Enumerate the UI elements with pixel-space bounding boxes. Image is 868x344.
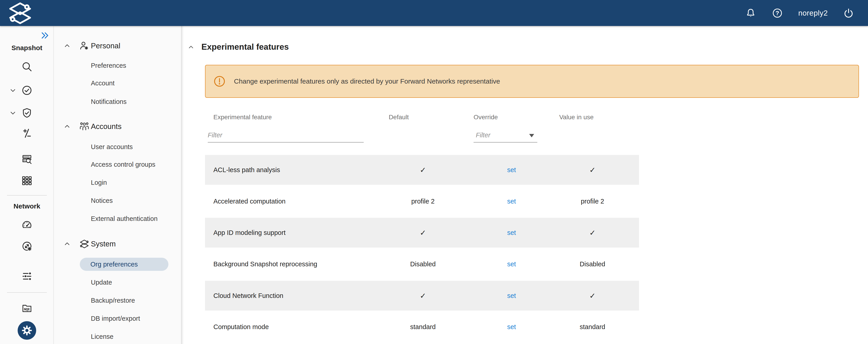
set-override-link[interactable]: set: [485, 323, 539, 331]
icon-rail: Snapshot: [0, 26, 54, 344]
svg-text:?: ?: [776, 10, 779, 16]
nqe-label: NQE: [24, 308, 30, 311]
nav-item-backup-restore[interactable]: Backup/restore: [91, 297, 135, 304]
value-in-use: Disabled: [552, 261, 633, 268]
feature-name: Background Snapshot reprocessing: [213, 261, 317, 268]
value-in-use: ✓: [552, 166, 633, 174]
topbar: ? noreply2: [0, 0, 868, 26]
override-filter-select[interactable]: Filter: [473, 128, 537, 142]
network-section-label: Network: [0, 202, 54, 210]
nav-item-notices[interactable]: Notices: [91, 197, 113, 204]
username[interactable]: noreply2: [798, 9, 828, 18]
nav-item-access-control-groups[interactable]: Access control groups: [91, 161, 155, 168]
default-value: Disabled: [382, 261, 464, 268]
divider: [7, 195, 47, 196]
value-in-use: standard: [552, 323, 633, 331]
snapshot-section-label: Snapshot: [0, 44, 54, 52]
set-override-link[interactable]: set: [485, 198, 539, 205]
nav-item-user-accounts[interactable]: User accounts: [91, 143, 133, 151]
default-value: ✓: [382, 291, 464, 300]
section-label: Accounts: [91, 122, 122, 131]
feature-name: Accelerated computation: [213, 198, 285, 205]
select-placeholder: Filter: [476, 132, 490, 139]
topbar-actions: ? noreply2: [745, 0, 855, 26]
section-label: Personal: [91, 41, 120, 50]
feature-filter-input[interactable]: [208, 128, 364, 142]
default-value: profile 2: [382, 198, 464, 205]
section-label: System: [91, 240, 116, 248]
value-in-use: ✓: [552, 291, 633, 300]
default-value: ✓: [382, 166, 464, 174]
warning-banner: Change experimental features only as dir…: [205, 65, 859, 98]
nav-item-external-authentication[interactable]: External authentication: [91, 215, 158, 222]
settings-sidebar: Personal Preferences Account Notificatio…: [54, 26, 181, 344]
nav-item-login[interactable]: Login: [91, 179, 107, 186]
person-gear-icon: [79, 41, 90, 51]
collapse-section-icon[interactable]: [187, 44, 195, 51]
set-override-link[interactable]: set: [485, 261, 539, 268]
column-header-override: Override: [473, 114, 498, 121]
section-personal[interactable]: Personal: [54, 39, 181, 53]
search-icon[interactable]: [0, 61, 54, 72]
people-group-icon: [79, 121, 90, 132]
default-value: standard: [382, 323, 464, 331]
column-header-experimental-feature: Experimental feature: [213, 114, 272, 121]
nav-item-account[interactable]: Account: [91, 79, 115, 87]
nav-item-license[interactable]: License: [91, 333, 114, 340]
nqe-library-icon[interactable]: NQE: [0, 303, 54, 314]
feature-name: Cloud Network Function: [213, 292, 283, 300]
column-header-default: Default: [389, 114, 409, 121]
chevron-up-icon[interactable]: [63, 42, 71, 50]
table-row: Background Snapshot reprocessing Disable…: [205, 249, 639, 279]
shield-check-icon[interactable]: [0, 107, 54, 118]
forward-networks-logo-icon[interactable]: [8, 2, 32, 24]
page-title: Experimental features: [202, 42, 289, 52]
feature-name: ACL-less path analysis: [213, 166, 280, 174]
divider: [7, 292, 47, 293]
checks-circle-icon[interactable]: [0, 85, 54, 96]
help-icon[interactable]: ?: [772, 7, 783, 19]
main-content: Experimental features Change experimenta…: [181, 26, 868, 344]
settings-sliders-icon[interactable]: [0, 271, 54, 282]
logout-power-icon[interactable]: [843, 7, 855, 19]
nav-item-notifications[interactable]: Notifications: [91, 98, 127, 105]
table-row: Cloud Network Function ✓ set ✓: [205, 281, 639, 311]
feature-name: App ID modeling support: [213, 229, 285, 237]
nav-item-update[interactable]: Update: [91, 279, 112, 286]
set-override-link[interactable]: set: [485, 166, 539, 174]
warning-info-icon: [213, 75, 226, 88]
table-row: App ID modeling support ✓ set ✓: [205, 218, 639, 247]
layers-icon: [79, 239, 90, 249]
device-query-icon[interactable]: [0, 153, 54, 165]
default-value: ✓: [382, 228, 464, 237]
settings-gear-button[interactable]: [0, 321, 54, 340]
column-header-value-in-use: Value in use: [559, 114, 594, 121]
chevron-up-icon[interactable]: [63, 123, 71, 130]
section-system[interactable]: System: [54, 237, 181, 251]
table-row: Computation mode standard set standard: [205, 312, 639, 342]
set-override-link[interactable]: set: [485, 229, 539, 237]
section-accounts[interactable]: Accounts: [54, 120, 181, 133]
value-in-use: ✓: [552, 228, 633, 237]
set-override-link[interactable]: set: [485, 292, 539, 300]
dashboard-gauge-icon[interactable]: [0, 220, 54, 231]
expand-sidebar-icon[interactable]: [40, 31, 49, 40]
table-row: Accelerated computation profile 2 set pr…: [205, 186, 639, 216]
diff-plus-minus-icon[interactable]: [0, 128, 54, 139]
app-window: ? noreply2 Snapshot: [0, 0, 868, 344]
network-automation-icon[interactable]: [0, 241, 54, 252]
nav-item-preferences[interactable]: Preferences: [91, 62, 126, 69]
warning-text: Change experimental features only as dir…: [234, 77, 500, 85]
nav-item-org-preferences[interactable]: Org preferences: [80, 258, 168, 271]
dropdown-arrow-icon: [529, 134, 534, 137]
nav-item-db-import-export[interactable]: DB import/export: [91, 315, 140, 322]
value-in-use: profile 2: [552, 198, 633, 205]
apps-grid-icon[interactable]: [0, 175, 54, 186]
gear-icon[interactable]: [18, 321, 36, 340]
chevron-up-icon[interactable]: [63, 240, 71, 248]
feature-name: Computation mode: [213, 323, 269, 331]
table-row: ACL-less path analysis ✓ set ✓: [205, 155, 639, 185]
notifications-bell-icon[interactable]: [745, 7, 756, 19]
